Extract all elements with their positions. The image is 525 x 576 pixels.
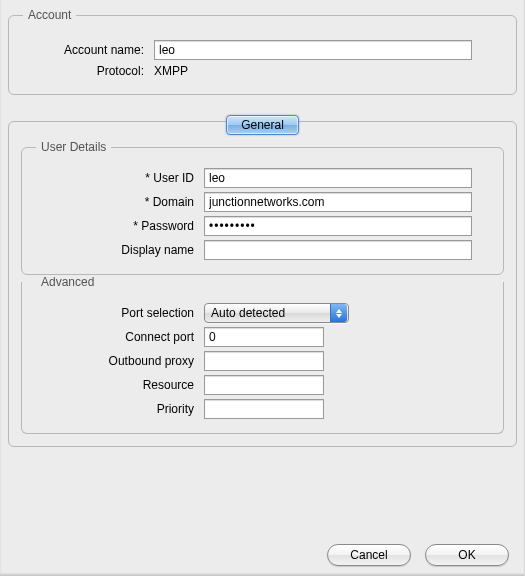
password-input[interactable] (204, 216, 472, 236)
port-selection-label: Port selection (36, 306, 204, 320)
port-selection-value: Auto detected (211, 306, 330, 320)
protocol-label: Protocol: (23, 64, 154, 78)
dropdown-stepper-icon (330, 304, 347, 322)
resource-label: Resource (36, 378, 204, 392)
resource-input[interactable] (204, 375, 324, 395)
advanced-group: Advanced Port selection Auto detected Co… (21, 275, 504, 434)
account-settings-window: Account Account name: Protocol: XMPP Gen… (0, 0, 525, 576)
display-name-label: Display name (36, 243, 204, 257)
account-legend: Account (23, 8, 76, 22)
domain-input[interactable] (204, 192, 472, 212)
account-name-label: Account name: (23, 43, 154, 57)
password-label: * Password (36, 219, 204, 233)
connect-port-input[interactable] (204, 327, 324, 347)
dialog-button-bar: Cancel OK (327, 544, 509, 566)
outbound-proxy-input[interactable] (204, 351, 324, 371)
account-name-input[interactable] (154, 40, 472, 60)
display-name-input[interactable] (204, 240, 472, 260)
advanced-legend: Advanced (36, 275, 99, 289)
user-id-input[interactable] (204, 168, 472, 188)
user-details-legend: User Details (36, 140, 111, 154)
tab-general[interactable]: General (226, 115, 299, 135)
domain-label: * Domain (36, 195, 204, 209)
user-details-group: User Details * User ID * Domain * Passwo… (21, 140, 504, 275)
account-group: Account Account name: Protocol: XMPP (8, 8, 517, 95)
tab-strip: General (8, 103, 517, 121)
priority-label: Priority (36, 402, 204, 416)
user-id-label: * User ID (36, 171, 204, 185)
port-selection-dropdown[interactable]: Auto detected (204, 303, 349, 323)
outbound-proxy-label: Outbound proxy (36, 354, 204, 368)
priority-input[interactable] (204, 399, 324, 419)
connect-port-label: Connect port (36, 330, 204, 344)
protocol-value: XMPP (154, 64, 188, 78)
ok-button[interactable]: OK (425, 544, 509, 566)
cancel-button[interactable]: Cancel (327, 544, 411, 566)
general-panel: User Details * User ID * Domain * Passwo… (8, 121, 517, 447)
